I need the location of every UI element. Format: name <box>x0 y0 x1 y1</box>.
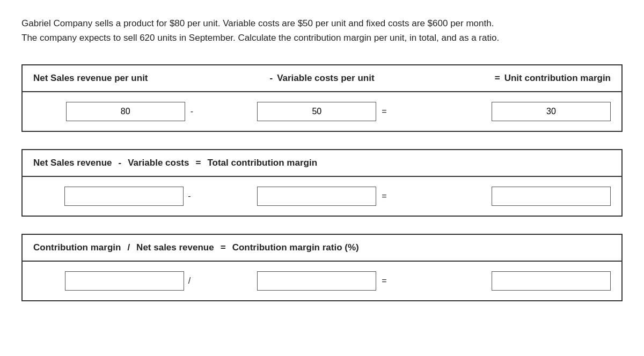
section2-input2[interactable] <box>257 187 376 206</box>
section2-total-contribution: Net Sales revenue - Variable costs = Tot… <box>21 149 623 217</box>
section2-header-col1: Net Sales revenue <box>33 158 112 168</box>
section1-row-op2: = <box>382 107 386 116</box>
section3-row-op2: = <box>382 276 386 286</box>
section1-header-col2: Variable costs per unit <box>277 73 374 84</box>
section1-header-op1: - <box>269 73 273 84</box>
section1-header-col3: Unit contribution margin <box>504 73 611 84</box>
section3-header-op1: / <box>127 242 130 253</box>
section2-row-op2: = <box>382 191 386 201</box>
section2-header-op1: - <box>118 158 121 168</box>
section1-input3[interactable] <box>492 102 611 121</box>
section3-header-col1: Contribution margin <box>33 242 121 253</box>
section1-header: Net Sales revenue per unit - Variable co… <box>21 64 623 91</box>
section2-input3[interactable] <box>492 187 611 206</box>
section1-input2[interactable] <box>257 102 376 121</box>
section3-input3[interactable] <box>492 271 611 291</box>
section1-unit-contribution: Net Sales revenue per unit - Variable co… <box>21 64 623 132</box>
section3-row: / = <box>21 261 623 301</box>
section1-header-op2: = <box>495 73 500 84</box>
section3-header-col3: Contribution margin ratio (%) <box>232 242 359 253</box>
section2-header-op2: = <box>195 158 201 168</box>
section1-header-col1: Net Sales revenue per unit <box>33 73 148 83</box>
section3-header-col2: Net sales revenue <box>136 242 214 253</box>
section3-contribution-ratio: Contribution margin / Net sales revenue … <box>21 234 623 301</box>
section2-header-col3: Total contribution margin <box>207 158 317 168</box>
description-text: Gabriel Company sells a product for $80 … <box>21 16 504 45</box>
section3-input1[interactable] <box>65 271 184 291</box>
section2-header: Net Sales revenue - Variable costs = Tot… <box>21 149 623 176</box>
section3-header-op2: = <box>221 242 226 253</box>
section3-input2[interactable] <box>257 271 376 291</box>
section1-input1[interactable] <box>66 102 185 121</box>
section2-row-op1: - <box>188 191 191 201</box>
section2-input1[interactable] <box>64 187 184 206</box>
section2-header-col2: Variable costs <box>128 158 189 168</box>
section3-row-op1: / <box>188 276 191 286</box>
section1-row: - = <box>21 91 623 132</box>
section3-header: Contribution margin / Net sales revenue … <box>21 234 623 261</box>
section1-row-op1: - <box>191 107 193 116</box>
section2-row: - = <box>21 176 623 217</box>
